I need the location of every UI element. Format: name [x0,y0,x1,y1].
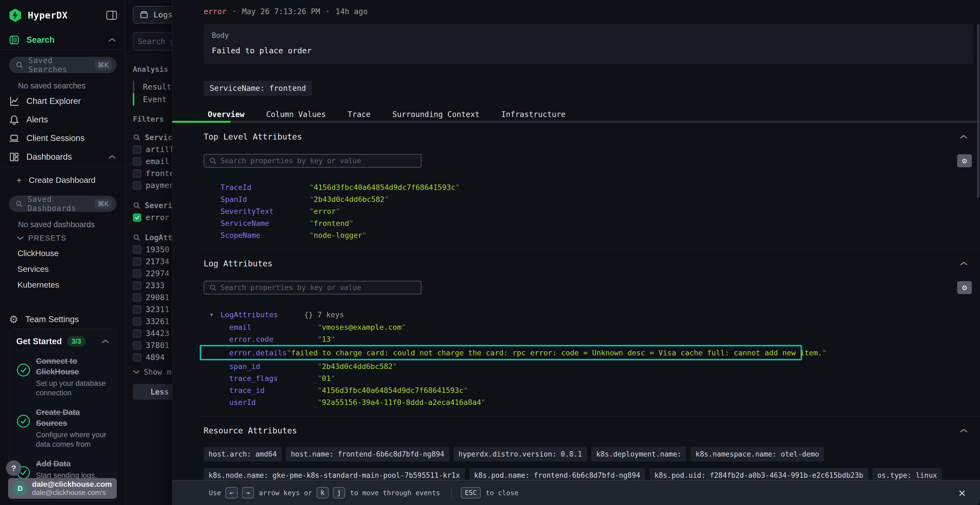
attribute-value[interactable]: "4156d3fbc40a64854d9dc7f68641593c" [317,386,468,395]
attribute-value[interactable]: "2b43d0c4dd6bc582" [309,195,389,203]
property-search-box[interactable] [204,281,422,294]
resource-tag[interactable]: host.arch: amd64 [204,447,282,462]
filter-option[interactable]: 29081 [133,291,172,303]
filter-option[interactable]: 19350 [133,243,172,256]
filter-option[interactable]: email [133,156,172,167]
filter-option[interactable]: 22974 [133,267,172,279]
resource-tag[interactable]: k8s.pod.uid: f284fb2d-a0b3-4634-991b-e2c… [649,468,868,480]
attribute-value[interactable]: "2b43d0c4dd6bc582" [317,362,397,371]
property-search-input[interactable] [221,157,411,165]
preset-link-clickhouse[interactable]: ClickHouse [0,245,126,261]
sidebar-item-search[interactable]: Search [0,30,126,49]
attribute-key[interactable]: SeverityText [221,207,309,216]
close-icon[interactable]: × [958,486,966,499]
attribute-key[interactable]: ScopeName [221,231,309,240]
checkbox-unchecked[interactable] [133,257,141,266]
attribute-key[interactable]: SpanId [221,195,309,203]
checkbox-unchecked[interactable] [133,329,141,338]
checkbox-unchecked[interactable] [133,145,141,154]
source-select[interactable]: Logs [133,6,172,24]
checkbox-unchecked[interactable] [133,157,141,166]
filter-option[interactable]: payment [133,179,172,191]
event-search-box[interactable] [133,32,172,51]
filter-option[interactable]: frontend [133,167,172,179]
filter-option[interactable]: 4894 [133,351,172,363]
attribute-key[interactable]: email [229,323,317,332]
analysis-mode-option[interactable]: Event Patterns [143,93,172,106]
service-name-tag[interactable]: ServiceName: frontend [204,81,312,96]
attribute-key[interactable]: ServiceName [221,219,309,227]
filter-option[interactable]: 2333 [133,279,172,291]
resource-tag[interactable]: hyperdx.distro.version: 0.8.1 [453,447,587,462]
sidebar-item-team-settings[interactable]: ⚙ Team Settings [0,310,126,329]
event-search-input[interactable] [138,37,172,46]
get-started-item[interactable]: Create Data SourcesConfigure where your … [16,407,110,449]
filter-option[interactable]: 34423 [133,327,172,339]
resource-tag[interactable]: host.name: frontend-6b6c8d7bfd-ng894 [286,447,449,462]
preset-link-kubernetes[interactable]: Kubernetes [0,277,126,293]
chevron-up-icon[interactable] [959,134,968,140]
collapse-sidebar-icon[interactable] [106,10,117,21]
checkbox-unchecked[interactable] [133,169,141,178]
filter-option[interactable]: 33261 [133,315,172,327]
chevron-up-icon[interactable] [108,38,116,43]
attribute-value[interactable]: "13" [317,335,335,343]
presets-toggle[interactable]: PRESETS [0,231,126,245]
scrollbar-thumb[interactable] [977,24,980,198]
attributes-settings-button[interactable]: ⚙ [957,154,972,167]
filter-option[interactable]: 32311 [133,303,172,315]
tab-trace[interactable]: Trace [337,108,381,121]
tab-overview[interactable]: Overview [197,108,255,121]
chevron-up-icon[interactable] [101,339,110,344]
filter-option[interactable]: 21734 [133,256,172,267]
get-started-item[interactable]: Connect to ClickHouseSet up your databas… [16,356,110,398]
checkbox-unchecked[interactable] [133,317,141,326]
checkbox-unchecked[interactable] [133,269,141,278]
attributes-settings-button[interactable]: ⚙ [957,281,972,294]
attribute-value[interactable]: "failed to charge card: could not charge… [286,349,826,357]
attribute-value[interactable]: "error" [309,207,340,216]
checkbox-checked[interactable] [133,213,141,222]
resource-tag[interactable]: k8s.pod.name: frontend-6b6c8d7bfd-ng894 [469,468,645,480]
filter-option[interactable]: artillery-loa [133,143,172,156]
show-more-toggle[interactable]: Show more [133,366,172,378]
resource-tag[interactable]: os.type: linux [872,468,942,480]
user-menu[interactable]: D dale@clickhouse.com dale@clickhouse.co… [8,478,117,499]
attribute-value[interactable]: "node-logger" [309,231,367,240]
checkbox-unchecked[interactable] [133,353,141,362]
checkbox-unchecked[interactable] [133,293,141,302]
create-dashboard-button[interactable]: + Create Dashboard [0,172,126,189]
sidebar-item-client-sessions[interactable]: Client Sessions [0,129,126,148]
tab-infrastructure[interactable]: Infrastructure [490,108,577,121]
property-search-input[interactable] [221,284,411,292]
checkbox-unchecked[interactable] [133,341,141,349]
resource-tag[interactable]: k8s.deployment.name: [591,447,686,462]
attribute-value[interactable]: "01" [317,374,335,383]
attribute-key[interactable]: error.details [229,349,286,357]
resource-tag[interactable]: k8s.namespace.name: otel-demo [690,447,824,462]
filter-option[interactable]: error [133,211,172,223]
sidebar-item-alerts[interactable]: Alerts [0,110,126,129]
attribute-key[interactable]: error.code [229,335,317,343]
checkbox-unchecked[interactable] [133,281,141,290]
attribute-key[interactable]: trace_flags [229,374,317,383]
help-button[interactable]: ? [6,461,22,476]
filter-option[interactable]: 37801 [133,339,172,351]
tree-root-key[interactable]: LogAttributes [221,310,278,319]
analysis-mode-option[interactable]: Results Table [143,81,172,93]
saved-searches-input[interactable]: Saved Searches ⌘K [9,57,116,73]
property-search-box[interactable] [204,154,422,168]
sidebar-item-chart-explorer[interactable]: Chart Explorer [0,92,126,110]
saved-dashboards-input[interactable]: Saved Dashboards ⌘K [9,195,116,212]
sidebar-item-dashboards[interactable]: Dashboards [0,148,126,167]
attribute-value[interactable]: "vmoses@example.com" [317,323,406,332]
chevron-up-icon[interactable] [959,428,968,434]
checkbox-unchecked[interactable] [133,305,141,314]
tab-surrounding-context[interactable]: Surrounding Context [381,108,490,121]
attribute-value[interactable]: "92a55156-39a4-11f0-8ddd-a2eca416a8a4" [317,398,486,407]
attribute-value[interactable]: "4156d3fbc40a64854d9dc7f68641593c" [309,183,460,192]
attribute-key[interactable]: span_id [229,362,317,371]
attribute-key[interactable]: trace_id [229,386,317,395]
attribute-key[interactable]: userId [229,398,317,407]
checkbox-unchecked[interactable] [133,181,141,190]
